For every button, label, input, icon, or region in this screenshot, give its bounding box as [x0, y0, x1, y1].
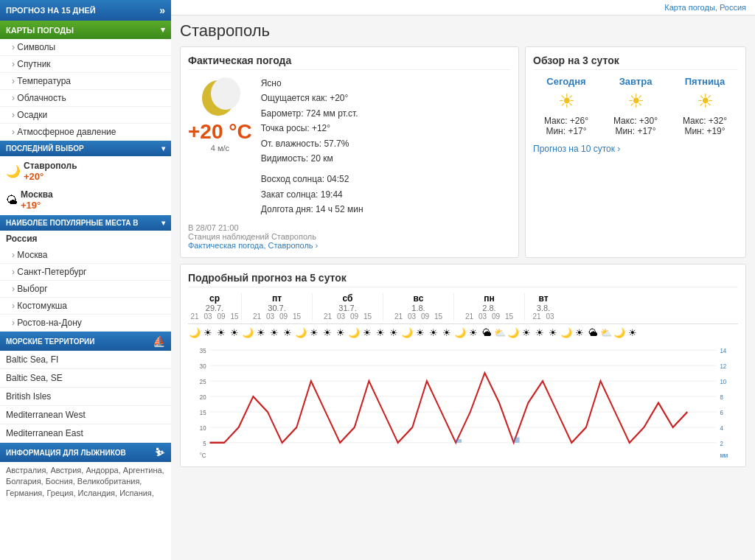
wed-date: 29.7. [206, 304, 223, 312]
main-content: Карта погоды, Россия Ставрополь Фактичес… [171, 0, 755, 560]
day-block-fri: пт 30.7. 21 03 09 15 [242, 293, 313, 321]
mon-hours: 21 03 09 15 [463, 312, 516, 321]
last-choice-header: ПОСЛЕДНИЙ ВЫБОР ▾ [0, 141, 171, 156]
mon-date: 2.8. [482, 304, 495, 312]
wi-5: 🌙 [241, 327, 254, 338]
moscow-name: Москва [21, 189, 53, 200]
wi-23: 🌥 [480, 327, 493, 338]
forecast-header[interactable]: ПРОГНОЗ НА 15 ДНЕЙ » [0, 0, 171, 21]
friday-max: Макс: +32° [672, 116, 738, 126]
top-content-area: Фактическая погода +20 °C 4 м/с Ясно Ощу… [171, 43, 755, 261]
timestamp-text: В 28/07 21:00 [188, 223, 511, 232]
last-choice-chevron: ▾ [161, 144, 165, 153]
sidebar-item-pressure[interactable]: Атмосферное давление [0, 124, 171, 141]
marine-item-med-east[interactable]: Mediterranean East [0, 424, 171, 443]
sidebar-item-precipitation[interactable]: Осадки [0, 107, 171, 124]
wi-7: ☀ [268, 327, 281, 338]
sidebar-item-kostomuksha[interactable]: Костомукша [0, 298, 171, 315]
svg-text:10: 10 [200, 423, 206, 431]
three-day-row: Сегодня ☀ Макс: +26° Мин: +17° Завтра ☀ … [533, 76, 738, 136]
wi-10: ☀ [307, 327, 321, 338]
weather-icon-temp: +20 °C 4 м/с [188, 76, 252, 217]
day-block-wed: ср 29.7. 21 03 09 15 [188, 293, 242, 321]
mon-short: пн [484, 293, 495, 304]
marine-item-british[interactable]: British Isles [0, 388, 171, 406]
sidebar-item-clouds[interactable]: Облачность [0, 90, 171, 107]
fri-date: 30.7. [268, 304, 285, 312]
forecast-10-link[interactable]: Прогноз на 10 суток › [533, 144, 620, 154]
friday-name: Пятница [672, 76, 738, 87]
wi-15: ☀ [374, 327, 387, 338]
day-block-tue: вт 3.8. 21 03 [525, 293, 562, 321]
wi-9: 🌙 [294, 327, 307, 338]
forecast-arrow-icon: » [159, 4, 165, 16]
svg-text:°С: °С [200, 450, 206, 458]
last-choice-moscow[interactable]: 🌤 Москва +19° [6, 188, 165, 212]
svg-text:5: 5 [203, 438, 206, 447]
popular-header-label: НАИБОЛЕЕ ПОПУЛЯРНЫЕ МЕСТА В [6, 219, 138, 227]
sun-short: вс [414, 293, 424, 304]
wi-28: ☀ [546, 327, 560, 338]
wi-1: 🌙 [188, 327, 201, 338]
russia-label: Россия [0, 231, 171, 247]
maps-header[interactable]: КАРТЫ ПОГОДЫ ▾ [0, 21, 171, 39]
overview-title: Обзор на 3 суток [533, 55, 738, 70]
tue-short: вт [538, 293, 548, 304]
marine-items: Baltic Sea, FI Baltic Sea, SE British Is… [0, 351, 171, 443]
sidebar-item-moscow[interactable]: Москва [0, 247, 171, 264]
day-col-today: Сегодня ☀ Макс: +26° Мин: +17° [533, 76, 599, 136]
marine-item-baltic-se[interactable]: Baltic Sea, SE [0, 369, 171, 388]
sunset-text: Закат солнца: 19:44 [261, 187, 363, 202]
marine-icon: ⛵ [153, 335, 165, 347]
skier-icon: ⛷ [155, 447, 165, 458]
sat-date: 31.7. [338, 304, 356, 312]
sidebar-item-satellite[interactable]: Спутник [0, 56, 171, 73]
wind-display: 4 м/с [211, 144, 229, 153]
temperature-chart-area: 35 30 25 20 15 10 5 °С 14 12 10 8 6 4 2 … [188, 341, 738, 459]
skier-header-label: ИНФОРМАЦИЯ ДЛЯ ЛЫЖНИКОВ [6, 449, 126, 457]
sidebar-item-rostov[interactable]: Ростов-на-Дону [0, 315, 171, 332]
wi-33: 🌙 [613, 327, 626, 338]
skier-content: Австралия, Австрия, Андорра, Аргентина, … [0, 462, 171, 502]
wi-29: 🌙 [560, 327, 573, 338]
topbar: Карта погоды, Россия [171, 0, 755, 15]
actual-weather-box: Фактическая погода +20 °C 4 м/с Ясно Ощу… [180, 46, 519, 258]
svg-point-1 [211, 77, 240, 110]
wi-11: ☀ [321, 327, 334, 338]
wi-21: 🌙 [453, 327, 467, 338]
day-col-friday: Пятница ☀ Макс: +32° Мин: +19° [672, 76, 738, 136]
precip-bar2 [514, 437, 520, 442]
stavropol-name: Ставрополь [24, 161, 77, 171]
sidebar-item-spb[interactable]: Санкт-Петербург [0, 264, 171, 281]
tomorrow-name: Завтра [602, 76, 669, 87]
sidebar-item-temperature[interactable]: Температура [0, 73, 171, 90]
wi-19: ☀ [427, 327, 440, 338]
weather-main-row: +20 °C 4 м/с Ясно Ощущается как: +20° Ба… [188, 76, 511, 217]
detailed-title: Подробный прогноз на 5 суток [188, 272, 738, 287]
marine-header: МОРСКИЕ ТЕРРИТОРИИ ⛵ [0, 332, 171, 351]
wi-22: ☀ [467, 327, 480, 338]
sidebar: ПРОГНОЗ НА 15 ДНЕЙ » КАРТЫ ПОГОДЫ ▾ Симв… [0, 0, 171, 560]
marine-item-med-west[interactable]: Mediterranean West [0, 406, 171, 424]
visibility-text: Видимость: 20 км [261, 151, 363, 166]
moon-icon-small: 🌙 [6, 164, 21, 178]
wi-34: ☀ [626, 327, 639, 338]
wi-26: ☀ [520, 327, 533, 338]
stavropol-temp: +20° [24, 171, 77, 182]
wi-6: ☀ [254, 327, 268, 338]
marine-item-baltic-fi[interactable]: Baltic Sea, FI [0, 351, 171, 369]
wi-31: 🌥 [586, 327, 599, 338]
wi-32: ⛅ [599, 327, 613, 338]
sidebar-item-symbols[interactable]: Символы [0, 39, 171, 56]
station-link[interactable]: Фактическая погода, Ставрополь › [188, 241, 318, 250]
svg-text:35: 35 [200, 346, 206, 354]
wi-25: 🌙 [507, 327, 520, 338]
forecast-header-label: ПРОГНОЗ НА 15 ДНЕЙ [6, 6, 96, 15]
svg-text:12: 12 [720, 362, 726, 370]
last-choice-stavropol[interactable]: 🌙 Ставрополь +20° [6, 159, 165, 183]
dew-point-text: Точка росы: +12° [261, 121, 363, 136]
wi-27: ☀ [533, 327, 546, 338]
map-link[interactable]: Карта погоды, Россия [664, 3, 746, 12]
sidebar-item-vyborg[interactable]: Выборг [0, 281, 171, 298]
wi-4: ☀ [228, 327, 241, 338]
